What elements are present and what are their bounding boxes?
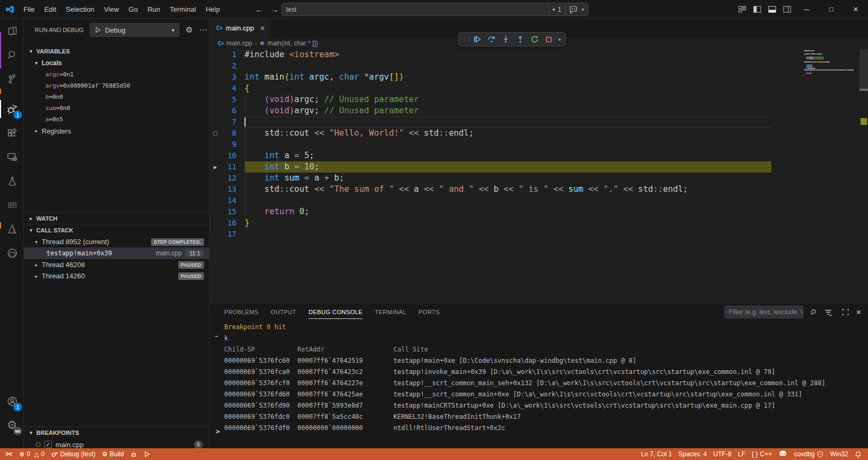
source-control-icon[interactable]: [0, 68, 24, 90]
menu-selection[interactable]: Selection: [61, 4, 99, 15]
run-and-debug-icon[interactable]: 1: [0, 98, 24, 120]
console-filter-icon[interactable]: [824, 308, 832, 316]
menu-run[interactable]: Run: [143, 4, 165, 15]
menu-edit[interactable]: Edit: [40, 4, 61, 15]
variable-row[interactable]: argv = 0x000001af`76885d50: [24, 80, 209, 91]
code-line[interactable]: 8 std::cout << "Hello, World!" << std::e…: [210, 128, 806, 139]
panel-maximize-icon[interactable]: [842, 308, 849, 316]
close-button[interactable]: ✕: [843, 0, 868, 19]
panel-close-icon[interactable]: ✕: [856, 308, 862, 316]
menu-help[interactable]: Help: [201, 4, 225, 15]
stop-button[interactable]: [542, 33, 555, 45]
accounts-icon[interactable]: 1: [0, 390, 24, 412]
code-line[interactable]: 14: [210, 195, 806, 206]
code-editor[interactable]: 1#include <iostream>23int main(int argc,…: [210, 49, 806, 303]
glyph-margin[interactable]: [210, 173, 220, 184]
extensions-icon[interactable]: [0, 122, 24, 144]
panel-tab-ports[interactable]: PORTS: [419, 306, 440, 318]
variable-row[interactable]: argc = 0n1: [24, 69, 209, 80]
callstack-section-header[interactable]: ▾ CALL STACK: [24, 224, 209, 236]
menu-view[interactable]: View: [99, 4, 124, 15]
breadcrumb-symbol[interactable]: main(int, char * []): [267, 40, 318, 47]
glyph-margin[interactable]: [210, 94, 220, 105]
github-icon[interactable]: [0, 242, 24, 264]
debugger-status[interactable]: covdbg ?: [791, 448, 827, 460]
callstack-thread[interactable]: ▸Thread 46208PAUSED: [24, 259, 209, 270]
copilot-status-icon[interactable]: [775, 448, 791, 460]
tab-close-icon[interactable]: ✕: [260, 25, 265, 32]
callstack-frame[interactable]: testapp!main+0x39main.cpp11:1: [24, 247, 209, 259]
breadcrumb-file[interactable]: main.cpp: [226, 40, 252, 47]
toggle-secondary-sidebar-icon[interactable]: [779, 0, 794, 19]
watch-section-header[interactable]: ▸ WATCH: [24, 213, 209, 224]
settings-gear-icon[interactable]: ⚙ WI: [0, 414, 24, 436]
editor-scrollbar[interactable]: [859, 49, 868, 303]
callstack-thread[interactable]: ▾Thread 8952 (current)STEP COMPLETED.: [24, 236, 209, 247]
menu-file[interactable]: File: [19, 4, 40, 15]
menu-terminal[interactable]: Terminal: [165, 4, 201, 15]
breakpoint-checkbox[interactable]: ✓: [44, 441, 52, 448]
search-icon[interactable]: [0, 44, 24, 66]
copilot-icon[interactable]: [569, 6, 578, 13]
variables-section-header[interactable]: ▾ VARIABLES: [24, 45, 209, 57]
code-line[interactable]: 12 int sum = a + b;: [210, 173, 806, 184]
code-line[interactable]: 17: [210, 229, 806, 240]
debug-status[interactable]: Debug (test): [48, 448, 99, 460]
code-line[interactable]: 15 return 0;: [210, 206, 806, 217]
remote-indicator[interactable]: ><: [1, 448, 16, 460]
views-more-icon[interactable]: ⋯: [199, 25, 207, 35]
toolbar-grip-icon[interactable]: ⋮⋮: [462, 37, 468, 41]
step-into-button[interactable]: [499, 33, 512, 45]
breakpoints-section-header[interactable]: ▾ BREAKPOINTS: [24, 427, 209, 439]
problems-status[interactable]: ⊗0 △0: [16, 448, 48, 460]
variable-row[interactable]: sum = 0n0: [24, 103, 209, 114]
notifications-bell-icon[interactable]: [851, 448, 865, 460]
console-prompt-icon[interactable]: >: [216, 427, 220, 435]
toggle-panel-icon[interactable]: [764, 0, 779, 19]
callstack-thread[interactable]: ▸Thread 14260PAUSED: [24, 270, 209, 282]
glyph-margin[interactable]: [210, 195, 220, 206]
breakpoint-glyph-icon[interactable]: [210, 128, 220, 139]
glyph-margin[interactable]: [210, 206, 220, 217]
glyph-margin[interactable]: [210, 105, 220, 116]
maximize-button[interactable]: □: [819, 0, 843, 19]
code-line[interactable]: 2: [210, 60, 806, 72]
nav-back-icon[interactable]: ←: [255, 5, 263, 14]
platform-status[interactable]: Win32: [827, 448, 851, 460]
glyph-margin[interactable]: [210, 139, 220, 150]
code-line[interactable]: 7: [210, 116, 806, 128]
debug-console[interactable]: Breakpoint 0 hitkChild-SPRetAddrCall Sit…: [210, 322, 868, 448]
chevron-down-icon[interactable]: ▾: [581, 7, 584, 12]
remote-explorer-icon[interactable]: [0, 146, 24, 168]
glyph-margin[interactable]: [210, 60, 220, 72]
code-line[interactable]: ▶11 int b = 10;: [210, 161, 806, 173]
build-task[interactable]: ⚙ Build: [99, 448, 127, 460]
code-line[interactable]: 13 std::cout << "The sum of " << a << " …: [210, 184, 806, 195]
minimize-button[interactable]: ─: [794, 0, 819, 19]
encoding[interactable]: UTF-8: [710, 448, 735, 460]
panel-tab-terminal[interactable]: TERMINAL: [375, 306, 406, 318]
glyph-margin[interactable]: [210, 229, 220, 240]
nav-forward-icon[interactable]: →: [271, 5, 279, 14]
cursor-position[interactable]: Ln 7, Col 1: [638, 448, 675, 460]
code-line[interactable]: 6 (void)argv; // Unused parameter: [210, 105, 806, 116]
code-line[interactable]: 4{: [210, 83, 806, 94]
hex-editor-icon[interactable]: [0, 194, 24, 216]
continue-button[interactable]: [470, 33, 483, 45]
glyph-margin[interactable]: [210, 49, 220, 60]
panel-tab-debug-console[interactable]: DEBUG CONSOLE: [309, 306, 362, 319]
variable-row[interactable]: b = 0n0: [24, 91, 209, 103]
locals-group[interactable]: ▾ Locals: [24, 57, 209, 69]
code-line[interactable]: 3int main(int argc, char *argv[]): [210, 72, 806, 83]
customize-layout-icon[interactable]: [735, 0, 749, 19]
bug-icon[interactable]: [127, 448, 140, 460]
console-filter-input[interactable]: Filter (e.g. text, !exclude, \esca...: [724, 306, 803, 318]
debug-settings-gear-icon[interactable]: ⚙: [186, 25, 193, 35]
language-mode[interactable]: { } C++: [748, 448, 775, 460]
code-line[interactable]: 1#include <iostream>: [210, 49, 806, 60]
command-center-search[interactable]: test ● 1 ▾: [281, 3, 589, 16]
panel-tab-output[interactable]: OUTPUT: [271, 306, 296, 318]
step-over-button[interactable]: [485, 33, 498, 45]
menu-go[interactable]: Go: [124, 4, 143, 15]
glyph-margin[interactable]: [210, 72, 220, 83]
